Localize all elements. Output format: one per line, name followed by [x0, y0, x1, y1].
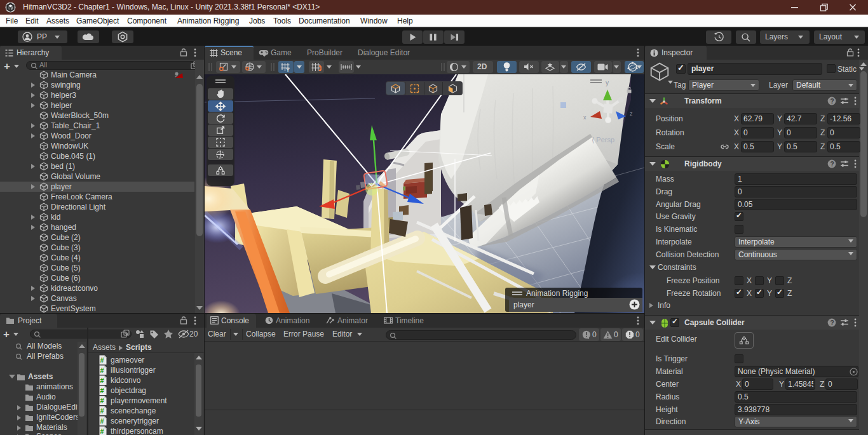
- svg-text:z: z: [630, 110, 633, 117]
- svg-text:y: y: [606, 79, 609, 86]
- svg-text:x: x: [583, 114, 587, 121]
- svg-text:Y: Y: [286, 67, 290, 72]
